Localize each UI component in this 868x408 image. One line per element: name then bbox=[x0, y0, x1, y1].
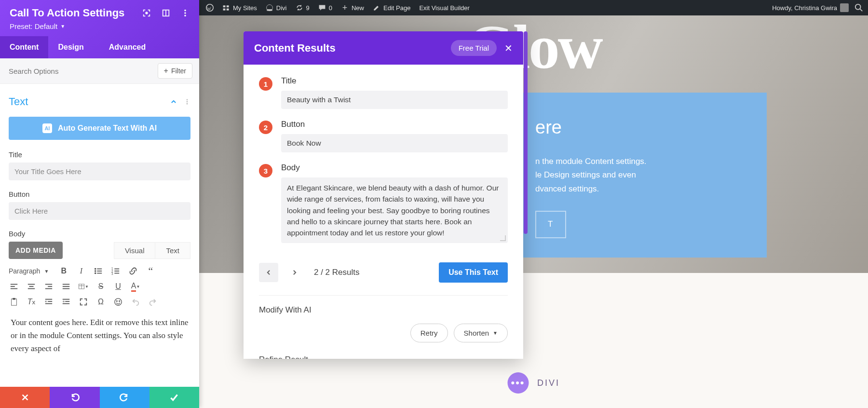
result-value-title[interactable]: Beauty with a Twist bbox=[281, 91, 508, 109]
use-this-text-button[interactable]: Use This Text bbox=[439, 262, 508, 283]
svg-rect-18 bbox=[97, 269, 102, 270]
text-color-icon[interactable]: A▼ bbox=[130, 281, 141, 292]
module-button[interactable]: T bbox=[535, 211, 566, 238]
underline-icon[interactable]: U bbox=[113, 281, 123, 292]
paragraph-selector[interactable]: Paragraph▼ bbox=[9, 267, 49, 275]
result-item-button: 2 Button Book Now bbox=[259, 120, 508, 152]
panel-header: Call To Action Settings Preset: Default▼… bbox=[0, 0, 199, 58]
svg-rect-36 bbox=[48, 286, 52, 287]
svg-rect-46 bbox=[45, 299, 52, 300]
svg-rect-38 bbox=[63, 284, 69, 285]
paste-icon[interactable] bbox=[9, 297, 19, 307]
svg-rect-2 bbox=[227, 5, 229, 7]
svg-point-13 bbox=[184, 15, 186, 17]
exit-visual-builder-link[interactable]: Exit Visual Builder bbox=[419, 4, 470, 12]
svg-rect-3 bbox=[223, 9, 226, 11]
results-nav: 2 / 2 Results Use This Text bbox=[259, 254, 508, 296]
redo-icon[interactable] bbox=[148, 297, 158, 307]
tab-design[interactable]: Design bbox=[48, 36, 93, 58]
search-input[interactable] bbox=[7, 64, 158, 78]
title-input[interactable] bbox=[9, 163, 190, 180]
edit-page-link[interactable]: Edit Page bbox=[373, 4, 410, 12]
howdy-user[interactable]: Howdy, Christina Gwira bbox=[772, 3, 849, 12]
tab-advanced[interactable]: Advanced bbox=[99, 36, 155, 58]
undo-footer-button[interactable] bbox=[50, 387, 99, 408]
save-button[interactable] bbox=[149, 387, 199, 408]
result-value-button[interactable]: Book Now bbox=[281, 134, 508, 152]
svg-rect-32 bbox=[28, 284, 35, 285]
chevron-up-icon[interactable] bbox=[170, 98, 177, 105]
table-icon[interactable]: ▼ bbox=[78, 281, 89, 292]
site-link[interactable]: Divi bbox=[266, 4, 287, 12]
svg-rect-24 bbox=[115, 269, 120, 270]
panel-footer bbox=[0, 387, 199, 408]
modal-title: Content Results bbox=[254, 42, 451, 54]
divi-bubble-icon[interactable]: ••• bbox=[507, 372, 529, 394]
result-item-body: 3 Body At Elegant Skincare, we blend bea… bbox=[259, 163, 508, 243]
avatar bbox=[840, 3, 849, 12]
content-results-modal: Content Results Free Trial ✕ 1 Title Bea… bbox=[244, 31, 523, 359]
outdent-icon[interactable] bbox=[43, 297, 54, 307]
badge-1: 1 bbox=[259, 77, 272, 91]
wp-logo-icon[interactable] bbox=[206, 4, 214, 12]
svg-rect-39 bbox=[63, 286, 69, 287]
next-result-button[interactable] bbox=[285, 263, 304, 282]
svg-rect-22 bbox=[97, 273, 102, 274]
retry-button[interactable]: Retry bbox=[410, 324, 448, 342]
modify-label: Modify With AI bbox=[259, 305, 508, 315]
emoji-icon[interactable] bbox=[113, 297, 123, 307]
align-justify-icon[interactable] bbox=[61, 281, 71, 292]
divi-brand[interactable]: ••• DIVI bbox=[507, 372, 560, 394]
modal-scrollbar[interactable] bbox=[524, 31, 528, 326]
divi-brand-label: DIVI bbox=[537, 378, 560, 388]
body-editor[interactable]: Your content goes here. Edit or remove t… bbox=[9, 312, 190, 359]
section-more-icon[interactable] bbox=[184, 98, 190, 105]
comments-link[interactable]: 0 bbox=[318, 4, 332, 12]
ul-icon[interactable] bbox=[93, 266, 104, 276]
my-sites-link[interactable]: My Sites bbox=[222, 4, 257, 12]
strike-icon[interactable]: S bbox=[95, 281, 106, 292]
svg-point-16 bbox=[187, 103, 188, 105]
prev-result-button[interactable] bbox=[259, 263, 278, 282]
filter-button[interactable]: +Filter bbox=[158, 63, 192, 79]
cta-module-preview[interactable]: ere n the module Content settings. le De… bbox=[516, 93, 767, 258]
result-value-body[interactable]: At Elegant Skincare, we blend beauty wit… bbox=[281, 177, 508, 243]
link-icon[interactable] bbox=[128, 266, 138, 276]
special-char-icon[interactable]: Ω bbox=[95, 297, 106, 307]
cancel-button[interactable] bbox=[0, 387, 50, 408]
editor-tab-text[interactable]: Text bbox=[155, 242, 190, 259]
updates-link[interactable]: 9 bbox=[296, 4, 310, 12]
search-icon[interactable] bbox=[854, 3, 863, 12]
svg-rect-28 bbox=[115, 273, 120, 274]
italic-icon[interactable]: I bbox=[76, 266, 86, 276]
free-trial-badge[interactable]: Free Trial bbox=[451, 40, 497, 56]
indent-icon[interactable] bbox=[61, 297, 71, 307]
close-icon[interactable]: ✕ bbox=[504, 42, 513, 54]
svg-point-15 bbox=[187, 101, 188, 103]
new-link[interactable]: +New bbox=[341, 4, 364, 12]
undo-icon[interactable] bbox=[130, 297, 141, 307]
align-center-icon[interactable] bbox=[26, 281, 37, 292]
fullscreen-icon[interactable] bbox=[78, 297, 89, 307]
preset-selector[interactable]: Preset: Default▼ bbox=[10, 22, 190, 30]
editor-tab-visual[interactable]: Visual bbox=[114, 242, 155, 259]
ol-icon[interactable]: 123 bbox=[110, 266, 121, 276]
align-right-icon[interactable] bbox=[43, 281, 54, 292]
svg-rect-31 bbox=[11, 288, 17, 289]
auto-generate-button[interactable]: AI Auto Generate Text With AI bbox=[9, 117, 190, 140]
snap-icon[interactable] bbox=[142, 9, 151, 17]
redo-footer-button[interactable] bbox=[100, 387, 149, 408]
section-text[interactable]: Text bbox=[9, 95, 190, 108]
button-input[interactable] bbox=[9, 202, 190, 220]
bold-icon[interactable]: B bbox=[58, 266, 69, 276]
quote-icon[interactable]: “ bbox=[145, 266, 156, 276]
tab-content[interactable]: Content bbox=[0, 36, 48, 58]
add-media-button[interactable]: ADD MEDIA bbox=[9, 242, 63, 259]
svg-rect-47 bbox=[48, 301, 52, 302]
shorten-button[interactable]: Shorten▼ bbox=[454, 324, 508, 342]
svg-rect-20 bbox=[97, 271, 102, 272]
align-left-icon[interactable] bbox=[9, 281, 19, 292]
more-icon[interactable] bbox=[181, 9, 190, 17]
layout-icon[interactable] bbox=[162, 9, 170, 17]
clear-format-icon[interactable]: Tx bbox=[26, 297, 37, 307]
